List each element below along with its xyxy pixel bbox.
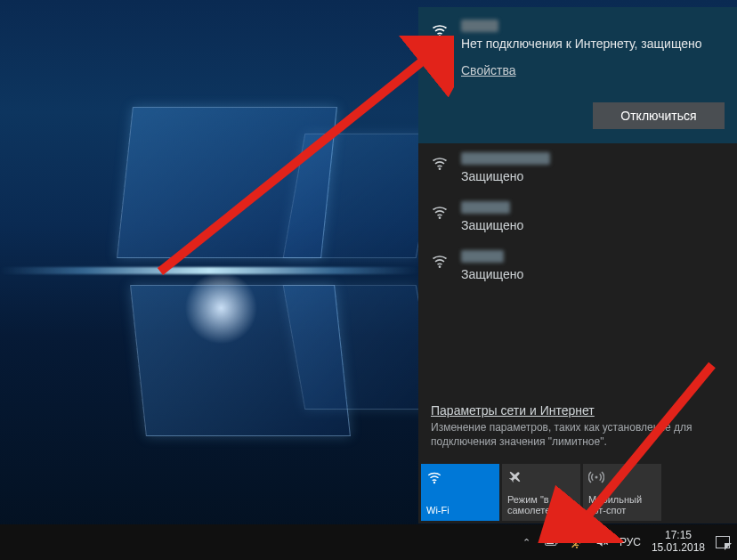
tile-label: Режим "в самолете" (507, 494, 575, 515)
wallpaper-beam (0, 267, 418, 274)
tray-overflow-icon[interactable]: ⌃ (520, 535, 534, 549)
properties-link[interactable]: Свойства (461, 63, 515, 77)
network-settings-footer: Параметры сети и Интернет Изменение пара… (418, 396, 737, 459)
clock[interactable]: 17:15 15.01.2018 (652, 530, 705, 555)
airplane-icon (507, 469, 575, 485)
network-item[interactable]: Защищено (418, 143, 737, 192)
wifi-icon (431, 154, 449, 172)
tile-label: Мобильный хот-спот (588, 494, 656, 515)
volume-icon[interactable] (595, 535, 609, 549)
svg-point-5 (595, 476, 598, 479)
svg-point-4 (433, 482, 435, 483)
network-item-connected[interactable]: Нет подключения к Интернету, защищено Св… (418, 7, 737, 143)
desktop-screen: Нет подключения к Интернету, защищено Св… (0, 0, 737, 560)
battery-icon[interactable] (545, 535, 559, 549)
wifi-icon (431, 21, 449, 39)
disconnect-button[interactable]: Отключиться (593, 102, 725, 129)
ssid-label (461, 152, 550, 165)
svg-point-0 (439, 35, 441, 37)
system-tray: ⌃ РУС 17:15 15.01.2018 (520, 530, 730, 555)
svg-rect-7 (556, 540, 557, 543)
tile-airplane-mode[interactable]: Режим "в самолете" (502, 464, 580, 521)
network-item[interactable]: Защищено (418, 241, 737, 290)
network-status: Защищено (461, 218, 725, 232)
language-indicator[interactable]: РУС (620, 536, 641, 548)
action-center-icon[interactable] (716, 535, 730, 549)
wallpaper-pane (283, 285, 439, 410)
clock-date: 15.01.2018 (652, 542, 705, 555)
network-settings-link[interactable]: Параметры сети и Интернет (431, 403, 595, 418)
svg-point-2 (439, 216, 441, 219)
network-status: Защищено (461, 169, 725, 183)
ssid-label (461, 201, 510, 214)
tile-label: Wi-Fi (426, 505, 494, 515)
network-flyout: Нет подключения к Интернету, защищено Св… (418, 7, 737, 523)
wifi-icon (431, 252, 449, 270)
tile-wifi[interactable]: Wi-Fi (421, 464, 499, 521)
svg-rect-8 (547, 540, 554, 544)
svg-point-9 (576, 546, 578, 548)
tile-mobile-hotspot[interactable]: Мобильный хот-спот (583, 464, 661, 521)
svg-point-3 (439, 265, 441, 268)
network-tray-icon[interactable] (570, 535, 584, 549)
network-status: Защищено (461, 267, 725, 281)
hotspot-icon (588, 469, 656, 485)
ssid-label (461, 250, 504, 263)
wifi-icon (431, 203, 449, 221)
available-networks-list: Защищено Защищено Защищено (418, 143, 737, 290)
taskbar: ⌃ РУС 17:15 15.01.2018 (0, 524, 737, 560)
clock-time: 17:15 (652, 530, 705, 542)
network-item[interactable]: Защищено (418, 192, 737, 241)
svg-point-1 (439, 167, 441, 170)
network-settings-description: Изменение параметров, таких как установл… (431, 420, 725, 449)
wifi-icon (426, 469, 494, 485)
ssid-label (461, 20, 498, 32)
connection-status: Нет подключения к Интернету, защищено (461, 37, 725, 51)
wallpaper-pane (283, 134, 439, 258)
quick-action-tiles: Wi-Fi Режим "в самолете" Мобильный хот-с… (418, 461, 737, 523)
